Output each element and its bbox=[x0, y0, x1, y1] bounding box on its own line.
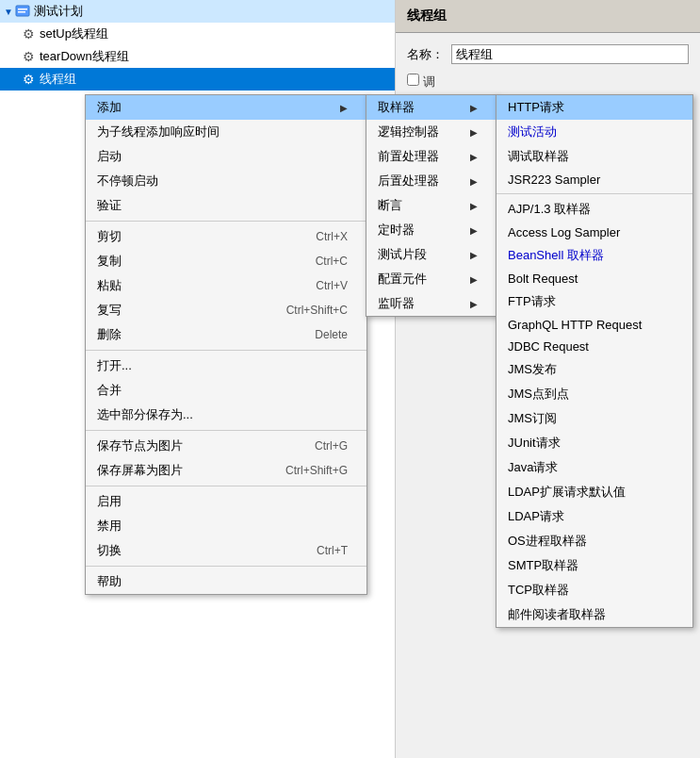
menu-os-sampler[interactable]: OS进程取样器 bbox=[497, 529, 692, 553]
menu-config-elem-label: 配置元件 bbox=[378, 271, 427, 288]
name-input[interactable] bbox=[451, 44, 689, 64]
menu-item-start[interactable]: 启动 bbox=[86, 144, 366, 169]
menu-verify-label: 验证 bbox=[97, 197, 122, 214]
menu-duplicate-shortcut: Ctrl+Shift+C bbox=[286, 304, 348, 317]
menu-item-save-screen[interactable]: 保存屏幕为图片 Ctrl+Shift+G bbox=[86, 458, 366, 483]
context-menu-2: 取样器 ▶ 逻辑控制器 ▶ 前置处理器 ▶ 后置处理器 ▶ 断言 ▶ 定时器 ▶… bbox=[366, 94, 497, 317]
context-menu-3: HTTP请求 测试活动 调试取样器 JSR223 Sampler AJP/1.3… bbox=[496, 94, 693, 628]
menu-pre-proc-arrow: ▶ bbox=[470, 152, 478, 162]
separator-5 bbox=[86, 566, 366, 567]
menu-save-screen-shortcut: Ctrl+Shift+G bbox=[285, 464, 348, 477]
menu-item-enable[interactable]: 启用 bbox=[86, 489, 366, 514]
menu-test-action[interactable]: 测试活动 bbox=[497, 120, 692, 144]
menu-ajp-sampler[interactable]: AJP/1.3 取样器 bbox=[497, 197, 692, 222]
tree-arrow-icon: ▼ bbox=[4, 7, 13, 17]
menu-start-label: 启动 bbox=[97, 148, 122, 165]
menu-jms-subscribe-label: JMS订阅 bbox=[508, 410, 557, 427]
menu-add-arrow: ▶ bbox=[340, 103, 348, 113]
menu-jsr223-sampler[interactable]: JSR223 Sampler bbox=[497, 169, 692, 190]
menu-item-save-as-image[interactable]: 保存节点为图片 Ctrl+G bbox=[86, 434, 366, 458]
svg-rect-2 bbox=[18, 11, 25, 13]
menu-graphql-request[interactable]: GraphQL HTTP Request bbox=[497, 314, 692, 336]
menu-item-delete[interactable]: 删除 Delete bbox=[86, 322, 366, 347]
menu-assertion[interactable]: 断言 ▶ bbox=[366, 193, 497, 218]
menu-logic-ctrl[interactable]: 逻辑控制器 ▶ bbox=[366, 120, 497, 144]
menu-java-request[interactable]: Java请求 bbox=[497, 455, 692, 480]
menu-item-open[interactable]: 打开... bbox=[86, 354, 366, 378]
menu-junit-request[interactable]: JUnit请求 bbox=[497, 431, 692, 455]
menu-http-request[interactable]: HTTP请求 bbox=[497, 95, 692, 120]
menu-config-elem[interactable]: 配置元件 ▶ bbox=[366, 267, 497, 291]
menu-cut-label: 剪切 bbox=[97, 228, 122, 245]
menu-paste-label: 粘贴 bbox=[97, 277, 122, 294]
menu-jms-point[interactable]: JMS点到点 bbox=[497, 382, 692, 406]
menu-smtp-sampler[interactable]: SMTP取样器 bbox=[497, 553, 692, 578]
menu-item-merge[interactable]: 合并 bbox=[86, 378, 366, 403]
menu-merge-label: 合并 bbox=[97, 382, 122, 399]
menu-paste-shortcut: Ctrl+V bbox=[316, 279, 348, 292]
menu-item-save-selected[interactable]: 选中部分保存为... bbox=[86, 403, 366, 427]
menu-listener[interactable]: 监听器 ▶ bbox=[366, 291, 497, 316]
menu-jms-point-label: JMS点到点 bbox=[508, 386, 569, 403]
menu-post-proc-label: 后置处理器 bbox=[378, 173, 439, 190]
menu-ldap-label: LDAP请求 bbox=[508, 508, 564, 525]
menu-beanshell-label: BeanShell 取样器 bbox=[508, 247, 604, 264]
menu-tcp-label: TCP取样器 bbox=[508, 582, 569, 599]
menu-ldap-ext-request[interactable]: LDAP扩展请求默认值 bbox=[497, 480, 692, 504]
menu-bolt-request[interactable]: Bolt Request bbox=[497, 268, 692, 289]
menu-debug-sampler-label: 调试取样器 bbox=[508, 148, 569, 165]
menu-ftp-request[interactable]: FTP请求 bbox=[497, 289, 692, 314]
name-label: 名称： bbox=[407, 46, 444, 63]
menu-ldap-request[interactable]: LDAP请求 bbox=[497, 504, 692, 529]
tree-root-label: 测试计划 bbox=[34, 3, 83, 20]
menu-item-add-resptime[interactable]: 为子线程添加响应时间 bbox=[86, 120, 366, 144]
menu-pre-proc[interactable]: 前置处理器 ▶ bbox=[366, 144, 497, 169]
svg-rect-1 bbox=[18, 8, 27, 10]
tree-threadgroup-label: 线程组 bbox=[40, 71, 76, 88]
menu-help-label: 帮助 bbox=[97, 573, 122, 590]
menu-test-fragment-arrow: ▶ bbox=[470, 250, 478, 260]
menu-os-label: OS进程取样器 bbox=[508, 533, 587, 550]
menu-listener-label: 监听器 bbox=[378, 295, 415, 312]
menu-bolt-label: Bolt Request bbox=[508, 272, 578, 286]
menu-item-duplicate[interactable]: 复写 Ctrl+Shift+C bbox=[86, 298, 366, 322]
menu-add-resptime-label: 为子线程添加响应时间 bbox=[97, 124, 220, 140]
menu-item-toggle[interactable]: 切换 Ctrl+T bbox=[86, 538, 366, 563]
menu-item-disable[interactable]: 禁用 bbox=[86, 514, 366, 538]
menu-post-proc[interactable]: 后置处理器 ▶ bbox=[366, 169, 497, 193]
menu-beanshell-sampler[interactable]: BeanShell 取样器 bbox=[497, 243, 692, 268]
menu-access-log-sampler[interactable]: Access Log Sampler bbox=[497, 222, 692, 243]
menu-add-label: 添加 bbox=[97, 99, 122, 116]
menu-jdbc-label: JDBC Request bbox=[508, 339, 589, 354]
tree-item-setup[interactable]: ⚙ setUp线程组 bbox=[0, 23, 395, 45]
menu-test-fragment[interactable]: 测试片段 ▶ bbox=[366, 242, 497, 267]
menu-sampler[interactable]: 取样器 ▶ bbox=[366, 95, 497, 120]
menu-toggle-label: 切换 bbox=[97, 542, 122, 559]
tree-setup-label: setUp线程组 bbox=[40, 25, 108, 42]
menu-jms-subscribe[interactable]: JMS订阅 bbox=[497, 406, 692, 431]
menu-jdbc-request[interactable]: JDBC Request bbox=[497, 336, 692, 357]
menu-jsr223-label: JSR223 Sampler bbox=[508, 173, 600, 187]
menu-copy-label: 复制 bbox=[97, 253, 122, 270]
menu-tcp-sampler[interactable]: TCP取样器 bbox=[497, 578, 692, 602]
debug-checkbox[interactable] bbox=[407, 74, 419, 86]
gear-icon-teardown: ⚙ bbox=[21, 49, 36, 64]
menu-smtp-label: SMTP取样器 bbox=[508, 557, 578, 574]
menu-item-verify[interactable]: 验证 bbox=[86, 193, 366, 218]
menu-item-paste[interactable]: 粘贴 Ctrl+V bbox=[86, 273, 366, 298]
separator-3 bbox=[86, 430, 366, 431]
menu-item-start-no-pause[interactable]: 不停顿启动 bbox=[86, 169, 366, 193]
menu-item-add[interactable]: 添加 ▶ bbox=[86, 95, 366, 120]
menu-debug-sampler[interactable]: 调试取样器 bbox=[497, 144, 692, 169]
menu-item-help[interactable]: 帮助 bbox=[86, 569, 366, 594]
menu-timer[interactable]: 定时器 ▶ bbox=[366, 218, 497, 242]
menu-jms-publish[interactable]: JMS发布 bbox=[497, 357, 692, 382]
tree-root[interactable]: ▼ 测试计划 bbox=[0, 0, 395, 23]
tree-item-threadgroup[interactable]: ⚙ 线程组 bbox=[0, 68, 395, 91]
separator-sampler-1 bbox=[497, 193, 692, 194]
menu-item-cut[interactable]: 剪切 Ctrl+X bbox=[86, 224, 366, 249]
menu-item-copy[interactable]: 复制 Ctrl+C bbox=[86, 249, 366, 273]
menu-mail-reader-sampler[interactable]: 邮件阅读者取样器 bbox=[497, 602, 692, 627]
tree-item-teardown[interactable]: ⚙ tearDown线程组 bbox=[0, 45, 395, 68]
separator-2 bbox=[86, 350, 366, 351]
